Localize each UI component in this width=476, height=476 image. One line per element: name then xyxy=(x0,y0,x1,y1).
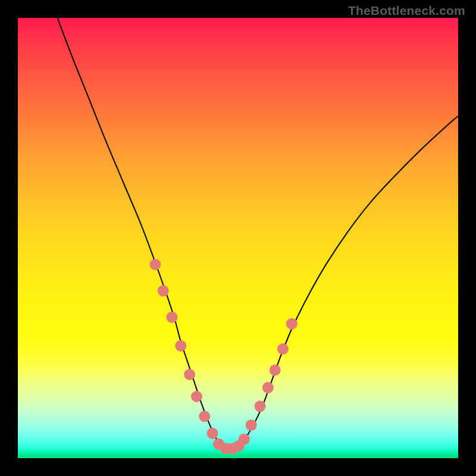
data-dot xyxy=(175,340,186,352)
plot-area xyxy=(18,18,458,458)
data-dot xyxy=(270,365,281,376)
data-dot xyxy=(239,434,250,445)
data-dot xyxy=(246,419,257,431)
data-dot xyxy=(199,411,210,422)
data-dot xyxy=(255,400,266,412)
bottleneck-curve xyxy=(58,18,458,450)
data-dot xyxy=(277,343,289,355)
curve-overlay xyxy=(18,18,458,458)
data-dot xyxy=(167,312,178,323)
data-dot xyxy=(286,318,298,330)
data-dot xyxy=(191,391,202,402)
data-dot xyxy=(207,428,218,439)
data-dots xyxy=(149,259,297,454)
data-dot xyxy=(262,382,274,393)
data-dot xyxy=(149,259,161,270)
data-dot xyxy=(158,285,169,296)
data-dot xyxy=(184,369,195,380)
watermark-text: TheBottleneck.com xyxy=(348,4,465,18)
chart-container: TheBottleneck.com xyxy=(0,0,476,476)
